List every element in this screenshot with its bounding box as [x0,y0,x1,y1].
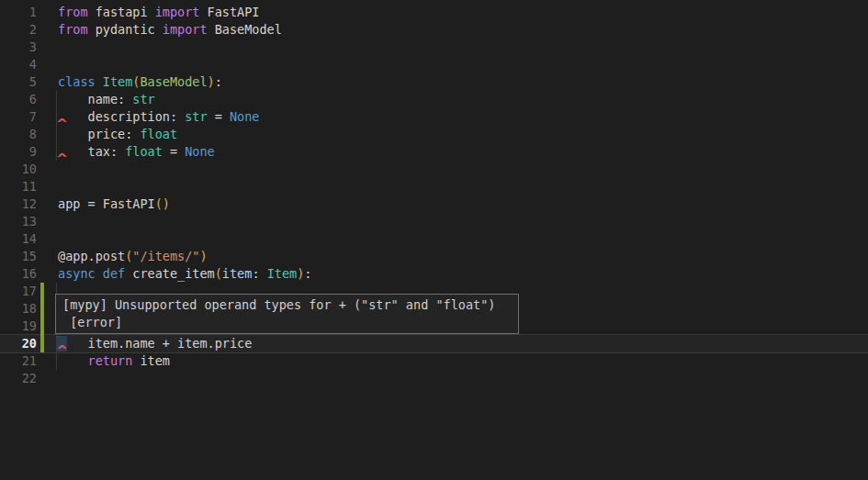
line-number[interactable]: 21 [0,352,37,370]
code-text: class Item(BaseModel): [58,73,222,91]
line-number[interactable]: 3 [0,39,37,56]
line-number[interactable]: 22 [0,370,37,387]
line-number[interactable]: 20 [0,335,37,352]
code-text: name: str [58,91,155,108]
code-line[interactable]: 11 [0,178,868,195]
line-number[interactable]: 5 [0,73,37,91]
code-line[interactable]: 9 tax: float = None [0,143,868,161]
code-text: from pydantic import BaseModel [58,21,282,39]
error-caret-icon: ^ [57,118,67,130]
line-number[interactable]: 1 [0,4,37,21]
indent-guide [56,91,57,108]
diagnostic-severity: [error] [62,314,512,331]
line-number[interactable]: 9 [0,143,37,161]
code-line[interactable]: 1from fastapi import FastAPI [0,4,868,21]
error-caret-icon: ^ [57,345,67,357]
code-line[interactable]: 14 [0,230,868,248]
line-number[interactable]: 19 [0,318,37,335]
code-text: async def create_item(item: Item): [58,265,311,283]
line-number[interactable]: 6 [0,91,37,108]
code-line[interactable]: 22 [0,370,868,387]
code-line[interactable]: 2from pydantic import BaseModel [0,21,868,39]
line-number[interactable]: 11 [0,178,37,195]
code-text: tax: float = None [58,143,215,161]
code-text: price: float [58,126,177,143]
line-number[interactable]: 4 [0,56,37,73]
line-number[interactable]: 13 [0,213,37,230]
line-number[interactable]: 14 [0,230,37,248]
line-number[interactable]: 2 [0,21,37,39]
line-number[interactable]: 16 [0,265,37,283]
code-editor[interactable]: [mypy] Unsupported operand types for + (… [0,0,868,480]
code-line[interactable]: 6 name: str [0,91,868,108]
code-line[interactable]: 13 [0,213,868,230]
line-number[interactable]: 17 [0,283,37,300]
code-line[interactable]: 5class Item(BaseModel): [0,73,868,91]
line-number[interactable]: 15 [0,248,37,265]
code-text: return item [58,352,170,370]
line-number[interactable]: 7 [0,108,37,126]
line-number[interactable]: 18 [0,300,37,318]
code-line[interactable]: 3 [0,39,868,56]
code-text: from fastapi import FastAPI [58,4,259,21]
code-line[interactable]: 20 item.name + item.price [0,335,868,352]
diagnostic-message: [mypy] Unsupported operand types for + (… [62,296,512,314]
code-line[interactable]: 4 [0,56,868,73]
code-text: description: str = None [58,108,259,126]
line-number[interactable]: 12 [0,195,37,213]
code-text: @app.post("/items/") [58,248,208,265]
code-line[interactable]: 15@app.post("/items/") [0,248,868,265]
code-line[interactable]: 21 return item [0,352,868,370]
code-text: item.name + item.price [58,335,252,352]
code-line[interactable]: 7 description: str = None [0,108,868,126]
git-added-indicator [40,283,44,352]
error-caret-icon: ^ [57,153,67,165]
code-line[interactable]: 16async def create_item(item: Item): [0,265,868,283]
diagnostic-tooltip: [mypy] Unsupported operand types for + (… [55,294,519,334]
code-line[interactable]: 12app = FastAPI() [0,195,868,213]
code-line[interactable]: 10 [0,161,868,178]
code-line[interactable]: 8 price: float [0,126,868,143]
line-number[interactable]: 10 [0,161,37,178]
line-number[interactable]: 8 [0,126,37,143]
code-text: app = FastAPI() [58,195,170,213]
